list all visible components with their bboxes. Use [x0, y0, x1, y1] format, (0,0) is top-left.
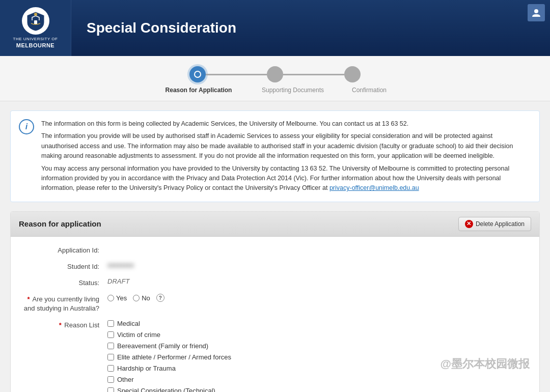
reason-medical-label: Medical: [117, 320, 140, 327]
logo-shield: [22, 7, 49, 35]
reason-medical-checkbox[interactable]: [107, 320, 114, 327]
reason-bereavement-label: Bereavement (Family or friend): [117, 342, 208, 350]
reason-technical-checkbox[interactable]: [107, 387, 114, 392]
step-3-label: Confirmation: [344, 87, 395, 94]
info-text-2: The information you provide will be used…: [41, 131, 529, 161]
step-2-label: Supporting Documents: [257, 87, 328, 94]
delete-button-label: Delete Application: [476, 220, 525, 228]
reason-bereavement[interactable]: Bereavement (Family or friend): [107, 342, 529, 350]
australia-no-option[interactable]: No: [133, 294, 150, 302]
svg-point-4: [195, 72, 200, 77]
user-icon[interactable]: [528, 4, 545, 21]
info-icon: i: [19, 119, 34, 134]
australia-yes-label: Yes: [116, 294, 127, 302]
reason-list-row: * Reason List Medical Victim of crime B: [21, 320, 529, 392]
reason-hardship-checkbox[interactable]: [107, 365, 114, 372]
progress-section: Reason for Application Supporting Docume…: [0, 56, 550, 101]
australia-help-icon[interactable]: ?: [156, 294, 164, 302]
step-line-1: [206, 74, 267, 75]
reason-list-label: * Reason List: [21, 320, 107, 330]
reason-medical[interactable]: Medical: [107, 320, 529, 327]
info-text-3: You may access any personal information …: [41, 164, 529, 193]
status-row: Status: DRAFT: [21, 277, 529, 288]
reason-checkboxes: Medical Victim of crime Bereavement (Fam…: [107, 320, 529, 392]
svg-point-5: [271, 71, 279, 78]
page-header: THE UNIVERSITY OF MELBOURNE Special Cons…: [0, 0, 550, 56]
svg-point-6: [349, 71, 356, 78]
progress-bar: Reason for Application Supporting Docume…: [155, 66, 395, 94]
australia-yes-option[interactable]: Yes: [107, 294, 127, 302]
reason-elite-checkbox[interactable]: [107, 354, 114, 360]
section-header: Reason for application ✕ Delete Applicat…: [11, 212, 539, 237]
reason-section: Reason for application ✕ Delete Applicat…: [10, 211, 540, 392]
step-line-2: [283, 74, 344, 75]
application-id-label: Application Id:: [21, 245, 107, 255]
status-label: Status:: [21, 277, 107, 288]
reason-victim-label: Victim of crime: [117, 331, 160, 339]
status-value: DRAFT: [107, 277, 529, 285]
reason-victim-checkbox[interactable]: [107, 331, 114, 338]
australia-no-label: No: [142, 294, 150, 302]
page-title: Special Consideration: [87, 20, 512, 36]
logo-text: THE UNIVERSITY OF MELBOURNE: [13, 37, 58, 49]
delete-application-button[interactable]: ✕ Delete Application: [458, 217, 531, 231]
svg-rect-0: [34, 20, 37, 24]
info-text-1: The information on this form is being co…: [41, 119, 529, 129]
privacy-officer-link[interactable]: privacy-officer@unimelb.edu.au: [329, 184, 419, 191]
reason-elite-label: Elite athlete / Performer / Armed forces: [117, 353, 231, 361]
student-id-value: xxxxxxxx: [107, 261, 529, 269]
info-section: i The information on this form is being …: [10, 110, 540, 202]
form-body: Application Id: Student Id: xxxxxxxx Sta…: [11, 237, 539, 392]
reason-technical[interactable]: Special Consideration (Technical): [107, 387, 529, 392]
delete-icon: ✕: [465, 220, 473, 228]
australia-row: * Are you currently living and studying …: [21, 294, 529, 313]
svg-point-2: [534, 9, 538, 13]
australia-options: Yes No ?: [107, 294, 529, 302]
reason-hardship-label: Hardship or Trauma: [117, 365, 176, 372]
reason-other-checkbox[interactable]: [107, 376, 114, 383]
reason-victim[interactable]: Victim of crime: [107, 331, 529, 339]
reason-elite[interactable]: Elite athlete / Performer / Armed forces: [107, 353, 529, 361]
australia-yes-radio[interactable]: [107, 295, 114, 301]
australia-no-radio[interactable]: [133, 295, 140, 301]
application-id-row: Application Id:: [21, 245, 529, 255]
step-1-circle: [189, 66, 206, 82]
student-id-row: Student Id: xxxxxxxx: [21, 261, 529, 271]
section-title: Reason for application: [19, 219, 101, 228]
step-2-circle: [267, 66, 283, 82]
svg-point-1: [34, 13, 37, 16]
reason-other[interactable]: Other: [107, 376, 529, 383]
reason-hardship[interactable]: Hardship or Trauma: [107, 365, 529, 372]
reason-technical-label: Special Consideration (Technical): [117, 387, 215, 392]
reason-bereavement-checkbox[interactable]: [107, 343, 114, 349]
step-3-circle: [344, 66, 361, 82]
page-title-area: Special Consideration: [71, 20, 528, 36]
student-id-label: Student Id:: [21, 261, 107, 271]
reason-other-label: Other: [117, 376, 134, 383]
reason-list-options: Medical Victim of crime Bereavement (Fam…: [107, 320, 529, 392]
step-1-label: Reason for Application: [155, 87, 242, 94]
logo-area: THE UNIVERSITY OF MELBOURNE: [0, 0, 71, 56]
australia-label: * Are you currently living and studying …: [21, 294, 107, 313]
